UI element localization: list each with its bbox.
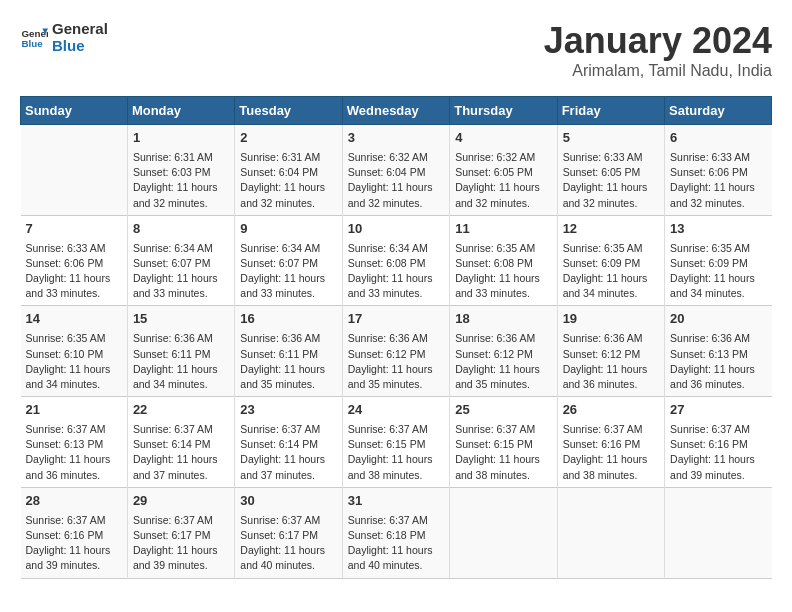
calendar-cell: 3Sunrise: 6:32 AM Sunset: 6:04 PM Daylig… (342, 125, 449, 216)
calendar-cell: 31Sunrise: 6:37 AM Sunset: 6:18 PM Dayli… (342, 487, 449, 578)
calendar-cell: 16Sunrise: 6:36 AM Sunset: 6:11 PM Dayli… (235, 306, 342, 397)
logo-blue: Blue (52, 37, 108, 54)
header-cell-friday: Friday (557, 97, 664, 125)
day-number: 19 (563, 310, 659, 329)
day-number: 17 (348, 310, 444, 329)
calendar-cell: 13Sunrise: 6:35 AM Sunset: 6:09 PM Dayli… (665, 215, 772, 306)
calendar-cell: 24Sunrise: 6:37 AM Sunset: 6:15 PM Dayli… (342, 397, 449, 488)
day-info: Sunrise: 6:32 AM Sunset: 6:05 PM Dayligh… (455, 150, 551, 211)
calendar-cell: 2Sunrise: 6:31 AM Sunset: 6:04 PM Daylig… (235, 125, 342, 216)
calendar-cell: 30Sunrise: 6:37 AM Sunset: 6:17 PM Dayli… (235, 487, 342, 578)
day-number: 27 (670, 401, 766, 420)
day-info: Sunrise: 6:36 AM Sunset: 6:12 PM Dayligh… (348, 331, 444, 392)
day-info: Sunrise: 6:34 AM Sunset: 6:07 PM Dayligh… (133, 241, 229, 302)
header-cell-saturday: Saturday (665, 97, 772, 125)
calendar-cell: 1Sunrise: 6:31 AM Sunset: 6:03 PM Daylig… (127, 125, 234, 216)
calendar-cell: 12Sunrise: 6:35 AM Sunset: 6:09 PM Dayli… (557, 215, 664, 306)
day-info: Sunrise: 6:37 AM Sunset: 6:14 PM Dayligh… (133, 422, 229, 483)
calendar-cell: 11Sunrise: 6:35 AM Sunset: 6:08 PM Dayli… (450, 215, 557, 306)
week-row-4: 21Sunrise: 6:37 AM Sunset: 6:13 PM Dayli… (21, 397, 772, 488)
day-info: Sunrise: 6:37 AM Sunset: 6:18 PM Dayligh… (348, 513, 444, 574)
day-number: 22 (133, 401, 229, 420)
day-number: 11 (455, 220, 551, 239)
calendar-cell: 6Sunrise: 6:33 AM Sunset: 6:06 PM Daylig… (665, 125, 772, 216)
calendar-cell: 18Sunrise: 6:36 AM Sunset: 6:12 PM Dayli… (450, 306, 557, 397)
logo-icon: General Blue (20, 23, 48, 51)
day-number: 28 (26, 492, 122, 511)
day-number: 24 (348, 401, 444, 420)
day-number: 4 (455, 129, 551, 148)
calendar-cell: 28Sunrise: 6:37 AM Sunset: 6:16 PM Dayli… (21, 487, 128, 578)
day-number: 14 (26, 310, 122, 329)
calendar-cell: 15Sunrise: 6:36 AM Sunset: 6:11 PM Dayli… (127, 306, 234, 397)
day-number: 16 (240, 310, 336, 329)
day-number: 25 (455, 401, 551, 420)
day-info: Sunrise: 6:35 AM Sunset: 6:10 PM Dayligh… (26, 331, 122, 392)
calendar-cell: 14Sunrise: 6:35 AM Sunset: 6:10 PM Dayli… (21, 306, 128, 397)
day-info: Sunrise: 6:36 AM Sunset: 6:11 PM Dayligh… (133, 331, 229, 392)
calendar-cell: 8Sunrise: 6:34 AM Sunset: 6:07 PM Daylig… (127, 215, 234, 306)
day-number: 29 (133, 492, 229, 511)
day-info: Sunrise: 6:33 AM Sunset: 6:06 PM Dayligh… (26, 241, 122, 302)
day-number: 8 (133, 220, 229, 239)
day-info: Sunrise: 6:34 AM Sunset: 6:07 PM Dayligh… (240, 241, 336, 302)
day-number: 2 (240, 129, 336, 148)
day-info: Sunrise: 6:37 AM Sunset: 6:13 PM Dayligh… (26, 422, 122, 483)
day-number: 1 (133, 129, 229, 148)
calendar-cell: 4Sunrise: 6:32 AM Sunset: 6:05 PM Daylig… (450, 125, 557, 216)
calendar-cell: 23Sunrise: 6:37 AM Sunset: 6:14 PM Dayli… (235, 397, 342, 488)
calendar-cell (21, 125, 128, 216)
day-info: Sunrise: 6:36 AM Sunset: 6:11 PM Dayligh… (240, 331, 336, 392)
calendar-cell: 5Sunrise: 6:33 AM Sunset: 6:05 PM Daylig… (557, 125, 664, 216)
day-number: 13 (670, 220, 766, 239)
day-info: Sunrise: 6:36 AM Sunset: 6:12 PM Dayligh… (563, 331, 659, 392)
calendar-cell: 27Sunrise: 6:37 AM Sunset: 6:16 PM Dayli… (665, 397, 772, 488)
calendar-cell: 9Sunrise: 6:34 AM Sunset: 6:07 PM Daylig… (235, 215, 342, 306)
week-row-2: 7Sunrise: 6:33 AM Sunset: 6:06 PM Daylig… (21, 215, 772, 306)
day-number: 3 (348, 129, 444, 148)
day-info: Sunrise: 6:34 AM Sunset: 6:08 PM Dayligh… (348, 241, 444, 302)
calendar-cell: 19Sunrise: 6:36 AM Sunset: 6:12 PM Dayli… (557, 306, 664, 397)
calendar-cell: 17Sunrise: 6:36 AM Sunset: 6:12 PM Dayli… (342, 306, 449, 397)
day-number: 10 (348, 220, 444, 239)
day-info: Sunrise: 6:37 AM Sunset: 6:17 PM Dayligh… (133, 513, 229, 574)
day-number: 12 (563, 220, 659, 239)
day-number: 31 (348, 492, 444, 511)
day-info: Sunrise: 6:37 AM Sunset: 6:14 PM Dayligh… (240, 422, 336, 483)
day-number: 20 (670, 310, 766, 329)
day-number: 26 (563, 401, 659, 420)
calendar-table: SundayMondayTuesdayWednesdayThursdayFrid… (20, 96, 772, 579)
day-info: Sunrise: 6:37 AM Sunset: 6:16 PM Dayligh… (26, 513, 122, 574)
day-info: Sunrise: 6:31 AM Sunset: 6:03 PM Dayligh… (133, 150, 229, 211)
calendar-cell: 7Sunrise: 6:33 AM Sunset: 6:06 PM Daylig… (21, 215, 128, 306)
calendar-cell: 20Sunrise: 6:36 AM Sunset: 6:13 PM Dayli… (665, 306, 772, 397)
calendar-cell: 25Sunrise: 6:37 AM Sunset: 6:15 PM Dayli… (450, 397, 557, 488)
week-row-3: 14Sunrise: 6:35 AM Sunset: 6:10 PM Dayli… (21, 306, 772, 397)
day-info: Sunrise: 6:37 AM Sunset: 6:15 PM Dayligh… (348, 422, 444, 483)
calendar-cell: 26Sunrise: 6:37 AM Sunset: 6:16 PM Dayli… (557, 397, 664, 488)
calendar-cell: 21Sunrise: 6:37 AM Sunset: 6:13 PM Dayli… (21, 397, 128, 488)
logo-general: General (52, 20, 108, 37)
day-info: Sunrise: 6:35 AM Sunset: 6:08 PM Dayligh… (455, 241, 551, 302)
header-row: SundayMondayTuesdayWednesdayThursdayFrid… (21, 97, 772, 125)
day-number: 15 (133, 310, 229, 329)
calendar-cell: 29Sunrise: 6:37 AM Sunset: 6:17 PM Dayli… (127, 487, 234, 578)
calendar-title: January 2024 (544, 20, 772, 62)
day-info: Sunrise: 6:31 AM Sunset: 6:04 PM Dayligh… (240, 150, 336, 211)
week-row-5: 28Sunrise: 6:37 AM Sunset: 6:16 PM Dayli… (21, 487, 772, 578)
day-info: Sunrise: 6:37 AM Sunset: 6:17 PM Dayligh… (240, 513, 336, 574)
week-row-1: 1Sunrise: 6:31 AM Sunset: 6:03 PM Daylig… (21, 125, 772, 216)
day-number: 7 (26, 220, 122, 239)
day-info: Sunrise: 6:33 AM Sunset: 6:05 PM Dayligh… (563, 150, 659, 211)
day-info: Sunrise: 6:37 AM Sunset: 6:16 PM Dayligh… (563, 422, 659, 483)
day-info: Sunrise: 6:37 AM Sunset: 6:15 PM Dayligh… (455, 422, 551, 483)
header-cell-wednesday: Wednesday (342, 97, 449, 125)
day-info: Sunrise: 6:36 AM Sunset: 6:12 PM Dayligh… (455, 331, 551, 392)
day-number: 30 (240, 492, 336, 511)
header-cell-monday: Monday (127, 97, 234, 125)
day-info: Sunrise: 6:33 AM Sunset: 6:06 PM Dayligh… (670, 150, 766, 211)
calendar-cell: 22Sunrise: 6:37 AM Sunset: 6:14 PM Dayli… (127, 397, 234, 488)
logo: General Blue General Blue (20, 20, 108, 54)
title-section: January 2024 Arimalam, Tamil Nadu, India (544, 20, 772, 80)
day-info: Sunrise: 6:32 AM Sunset: 6:04 PM Dayligh… (348, 150, 444, 211)
